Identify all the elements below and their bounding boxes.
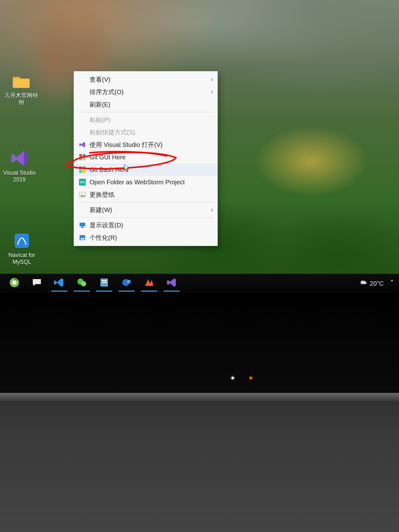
svg-rect-1 [79, 154, 82, 157]
context-menu-item-wallpaper[interactable]: 更换壁纸 [74, 188, 217, 201]
picture-icon [78, 234, 87, 241]
context-menu-item-label: Git GUI Here [90, 154, 213, 161]
taskbar-icon-notes[interactable] [96, 275, 112, 292]
svg-rect-13 [80, 223, 85, 226]
context-menu-item-label: 粘贴(P) [90, 116, 213, 124]
svg-text:WS: WS [80, 180, 85, 184]
blank-icon [78, 101, 87, 108]
desktop-icon-label: Visual Studio 2019 [0, 170, 41, 183]
taskbar-icon-vscode[interactable] [51, 275, 67, 292]
desktop-context-menu: 查看(V)›排序方式(O)›刷新(E)粘贴(P)粘贴快捷方式(S)使用 Visu… [74, 71, 218, 246]
svg-rect-0 [15, 234, 29, 248]
svg-point-18 [12, 280, 17, 285]
context-menu-item-label: 更换壁纸 [90, 191, 213, 199]
svg-point-20 [81, 281, 86, 286]
context-menu-separator [77, 202, 214, 202]
context-menu-item-display[interactable]: 显示设置(D) [74, 219, 217, 231]
context-menu-item-paste: 粘贴(P) [74, 114, 217, 126]
context-menu-item-personalize[interactable]: 个性化(R) [74, 231, 217, 244]
context-menu-item-label: Git Bash Here [90, 166, 213, 173]
wechat-icon [76, 277, 87, 289]
taskbar-icon-wechat[interactable] [74, 275, 90, 292]
svg-rect-3 [79, 157, 82, 160]
context-menu-item-open_vs[interactable]: 使用 Visual Studio 打开(V) [74, 138, 217, 151]
svg-rect-2 [83, 154, 85, 157]
desk-surface [0, 393, 399, 532]
svg-rect-8 [83, 170, 85, 173]
svg-rect-23 [102, 282, 107, 283]
svg-rect-4 [83, 157, 85, 160]
svg-point-12 [80, 193, 82, 195]
blank-icon [78, 76, 87, 83]
context-menu-item-label: 个性化(R) [90, 234, 213, 242]
context-menu-item-git_gui[interactable]: Git GUI Here [74, 151, 217, 163]
git-icon [78, 153, 87, 161]
chevron-right-icon: › [207, 206, 213, 214]
desktop-icon-label: Navicat for MySQL [0, 252, 44, 265]
context-menu-item-refresh[interactable]: 刷新(E) [74, 98, 217, 111]
context-menu-separator [77, 112, 214, 112]
folder-icon [12, 72, 31, 90]
webstorm-icon: WS [78, 178, 87, 186]
blank-icon [78, 206, 87, 214]
taskbar-weather[interactable]: 20°C [360, 279, 384, 288]
taskbar-icon-vs[interactable] [163, 275, 180, 292]
svg-rect-7 [79, 170, 82, 173]
context-menu-item-paste_short: 粘贴快捷方式(S) [74, 126, 217, 138]
chevron-right-icon: › [207, 75, 213, 84]
visual-studio-icon [10, 149, 29, 168]
desktop-wallpaper[interactable]: 儿寻木官网特例 Visual Studio 2019 Navicat for M… [0, 0, 399, 293]
context-menu-item-label: 新建(W) [90, 206, 207, 214]
context-menu-item-git_bash[interactable]: Git Bash Here [74, 163, 217, 176]
teams-icon [121, 277, 132, 289]
context-menu-item-webstorm[interactable]: WSOpen Folder as WebStorm Project [74, 176, 217, 188]
notes-icon [99, 277, 109, 289]
context-menu-item-new[interactable]: 新建(W)› [74, 204, 217, 216]
svg-point-25 [127, 280, 131, 283]
vs-icon [78, 141, 87, 148]
desktop-icon-visual-studio-2019[interactable]: Visual Studio 2019 [0, 149, 41, 183]
svg-rect-22 [102, 280, 107, 281]
context-menu-item-label: 显示设置(D) [90, 221, 213, 230]
browser-icon [9, 277, 20, 289]
power-led-icon [231, 377, 234, 379]
context-menu-item-sort[interactable]: 排序方式(O)› [74, 86, 217, 98]
svg-rect-6 [83, 167, 85, 169]
context-menu-item-label: 查看(V) [90, 75, 207, 84]
blank-icon [78, 128, 87, 136]
context-menu-item-view[interactable]: 查看(V)› [74, 73, 217, 86]
vs-icon [166, 277, 177, 289]
vscode-icon [54, 277, 65, 289]
chevron-right-icon: › [207, 88, 213, 96]
context-menu-item-label: 刷新(E) [90, 100, 213, 109]
context-menu-item-label: 粘贴快捷方式(S) [90, 128, 213, 137]
taskbar-icon-chat[interactable] [29, 275, 45, 292]
chat-icon [32, 277, 42, 289]
taskbar: 20°C˄ [0, 274, 399, 293]
wps-icon [144, 277, 154, 289]
monitor-icon [78, 221, 87, 229]
svg-rect-5 [79, 167, 82, 169]
svg-rect-14 [81, 227, 83, 227]
navicat-icon [12, 231, 31, 250]
git-icon [78, 166, 87, 173]
taskbar-icon-wps[interactable] [141, 275, 157, 292]
context-menu-item-label: 使用 Visual Studio 打开(V) [90, 141, 213, 149]
blank-icon [78, 116, 87, 123]
tray-chevron-up-icon[interactable]: ˄ [390, 279, 394, 288]
context-menu-separator [77, 217, 214, 218]
desktop-icon-navicat[interactable]: Navicat for MySQL [0, 231, 44, 265]
taskbar-icon-teams[interactable] [119, 275, 135, 292]
blank-icon [78, 88, 87, 96]
wallpaper-icon [78, 191, 87, 198]
desktop-icon-folder[interactable]: 儿寻木官网特例 [2, 72, 40, 106]
monitor-bezel [0, 293, 399, 393]
context-menu-item-label: 排序方式(O) [90, 88, 207, 96]
taskbar-icon-browser[interactable] [6, 275, 22, 292]
svg-rect-15 [81, 227, 84, 228]
weather-icon [360, 279, 367, 288]
taskbar-weather-temp: 20°C [370, 280, 384, 287]
desktop-icon-label: 儿寻木官网特例 [2, 92, 40, 106]
context-menu-item-label: Open Folder as WebStorm Project [90, 179, 213, 186]
status-led-icon [250, 377, 252, 379]
